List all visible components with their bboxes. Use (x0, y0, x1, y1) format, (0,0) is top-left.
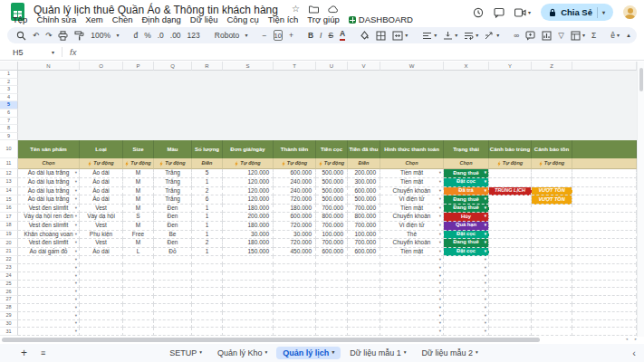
functions-button[interactable]: Σ (591, 32, 596, 40)
cell[interactable]: Áo dài (80, 248, 123, 257)
format-percent-button[interactable]: % (144, 32, 151, 40)
cell[interactable] (154, 281, 192, 289)
subheader-cell[interactable]: Tự động (223, 158, 274, 169)
cell[interactable]: ▾ (18, 256, 80, 264)
cell[interactable] (489, 320, 532, 329)
cell[interactable]: Áo dài lụa trắng▾ (18, 187, 80, 196)
cell[interactable]: L (123, 248, 154, 257)
cell[interactable] (123, 272, 154, 281)
cell[interactable] (223, 256, 274, 264)
cell[interactable]: ▾ (444, 328, 489, 336)
row-header-16[interactable]: 16 (0, 205, 18, 214)
cell[interactable] (489, 169, 532, 178)
cell[interactable]: Váy dạ hội (80, 213, 123, 222)
move-folder-icon[interactable] (309, 5, 319, 14)
subheader-cell[interactable] (572, 158, 637, 169)
cell[interactable] (80, 320, 123, 329)
cell[interactable] (572, 264, 637, 272)
meet-icon[interactable]: ▾ (514, 8, 531, 17)
cell[interactable]: ▾ (444, 288, 489, 296)
status-chip[interactable]: Đang thuê▾ (444, 205, 489, 214)
cell[interactable] (572, 320, 637, 329)
scroll-right-icon[interactable]: ▸ (635, 338, 637, 342)
cell[interactable] (274, 256, 316, 264)
cell[interactable] (80, 328, 123, 336)
cell[interactable]: Vest (80, 239, 123, 248)
cell[interactable]: 2 (192, 187, 223, 196)
cell[interactable]: Áo dài (80, 178, 123, 187)
cell[interactable]: 1 (192, 231, 223, 240)
row-header-13[interactable]: 13 (0, 178, 18, 187)
empty-cells-region[interactable] (18, 86, 637, 94)
cell[interactable] (489, 213, 532, 222)
cell[interactable] (316, 304, 348, 312)
cell[interactable] (223, 304, 274, 312)
format-currency-button[interactable]: đ (133, 32, 138, 40)
cell[interactable] (348, 272, 380, 281)
cell[interactable] (274, 312, 316, 320)
cell[interactable]: 700.000 (316, 239, 348, 248)
cell[interactable] (223, 328, 274, 336)
cell[interactable] (532, 222, 572, 231)
tab-caret-icon[interactable]: ▾ (404, 350, 407, 356)
cell[interactable]: 240.000 (274, 178, 316, 187)
cell[interactable] (192, 296, 223, 304)
header-cell[interactable]: Tiền đã thu (348, 140, 380, 158)
cell[interactable] (572, 328, 637, 336)
cell[interactable]: Trắng (154, 195, 192, 205)
cell[interactable] (316, 264, 348, 272)
redo-icon[interactable]: ↷ (45, 32, 52, 40)
cell[interactable] (80, 296, 123, 304)
row-header-27[interactable]: 27 (0, 296, 18, 304)
cell[interactable]: 700.000 (348, 222, 380, 231)
cell[interactable]: 700.000 (348, 205, 380, 214)
cell[interactable] (80, 272, 123, 281)
cell[interactable] (489, 248, 532, 257)
cell[interactable]: Trắng (154, 169, 192, 178)
cell[interactable]: 1 (192, 205, 223, 214)
cell[interactable]: Tiền mặt▾ (380, 248, 444, 257)
cell[interactable]: 200.000 (348, 169, 380, 178)
cell[interactable]: 600.000 (348, 187, 380, 196)
cell[interactable] (154, 272, 192, 281)
cell[interactable]: 120.000 (223, 195, 274, 205)
cell[interactable] (123, 328, 154, 336)
cell[interactable] (532, 231, 572, 240)
cell[interactable] (532, 281, 572, 289)
tab-caret-icon[interactable]: ▾ (265, 350, 268, 356)
sheet-tab-setup[interactable]: SETUP▾ (163, 347, 208, 359)
cell[interactable] (123, 320, 154, 329)
row-header-23[interactable]: 23 (0, 264, 18, 272)
cell[interactable] (572, 231, 637, 240)
row-header-3[interactable]: 3 (0, 86, 18, 94)
menu-chèn[interactable]: Chèn (108, 14, 138, 25)
subheader-cell[interactable]: Chọn (380, 158, 444, 169)
cell[interactable]: Khăn choàng voan▾ (18, 231, 80, 240)
cell[interactable]: Đen (154, 205, 192, 214)
column-header-V[interactable]: V (348, 62, 380, 71)
name-box-caret-icon[interactable]: ▾ (52, 50, 54, 55)
cell[interactable] (223, 288, 274, 296)
cell[interactable]: Tiền mặt▾ (380, 169, 444, 178)
cell[interactable] (223, 281, 274, 289)
status-chip[interactable]: Hủy▾ (444, 213, 489, 222)
cell[interactable]: Chuyển khoản▾ (380, 213, 444, 222)
cell[interactable] (489, 231, 532, 240)
cell[interactable]: 500.000 (316, 169, 348, 178)
cell[interactable]: Tiền mặt▾ (380, 205, 444, 214)
cell[interactable]: Vest đen slimfit▾ (18, 239, 80, 248)
subheader-cell[interactable]: Chọn (18, 158, 80, 169)
status-chip[interactable]: Đặt cọc▾ (444, 178, 489, 187)
cell[interactable]: ▾ (380, 256, 444, 264)
cell[interactable] (532, 264, 572, 272)
cell[interactable]: 500.000 (348, 195, 380, 205)
cell[interactable] (80, 304, 123, 312)
row-header-1[interactable]: 1 (0, 71, 18, 79)
cell[interactable] (80, 288, 123, 296)
row-header-17[interactable]: 17 (0, 213, 18, 222)
cell[interactable]: Áo dài (80, 169, 123, 178)
cell[interactable]: M (123, 169, 154, 178)
increase-decimal-button[interactable]: .00 (170, 32, 181, 40)
increase-font-size-button[interactable]: + (289, 32, 293, 40)
cell[interactable]: ▾ (380, 328, 444, 336)
